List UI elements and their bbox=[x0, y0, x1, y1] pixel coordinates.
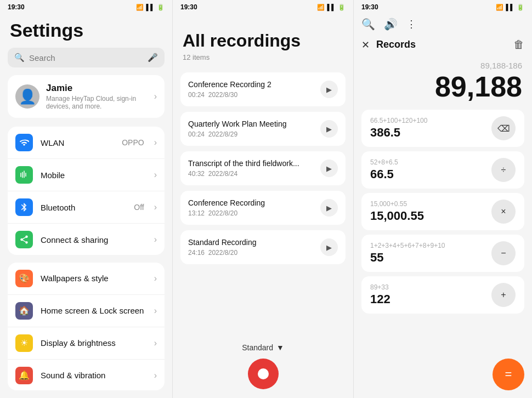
status-icons-recordings: 📶 ▌▌ 🔋 bbox=[317, 4, 346, 11]
user-card[interactable]: 👤 Jamie Manage HeyTap Cloud, sign-in dev… bbox=[8, 75, 165, 118]
display-chevron-icon: › bbox=[154, 338, 157, 348]
search-icon: 🔍 bbox=[14, 53, 25, 62]
calc-btn-row-eq: = bbox=[361, 359, 524, 390]
recording-info-4: Standard Recording 24:16 2022/8/20 bbox=[188, 238, 320, 257]
homescreen-label: Home screen & Lock screen bbox=[41, 306, 146, 315]
more-toolbar-icon[interactable]: ⋮ bbox=[406, 18, 417, 30]
calc-hist-val-2: 15,000.55 bbox=[370, 209, 491, 223]
settings-search-bar[interactable]: 🔍 🎤 bbox=[8, 48, 165, 67]
time-settings: 19:30 bbox=[8, 3, 25, 11]
status-bar-calc: 19:30 📶 ▌▌ 🔋 bbox=[354, 0, 532, 14]
recording-name-4: Standard Recording bbox=[188, 238, 320, 247]
wallpaper-icon: 🎨 bbox=[15, 270, 33, 287]
calc-history-item-0[interactable]: 66.5+100+120+100 386.5 ⌫ bbox=[361, 110, 524, 147]
system-settings-group: 🎨 Wallpapers & style › 🏠 Home screen & L… bbox=[8, 263, 165, 391]
search-toolbar-icon[interactable]: 🔍 bbox=[361, 18, 375, 31]
play-button-0[interactable]: ▶ bbox=[320, 81, 338, 98]
recordings-header: All recordings 12 items bbox=[173, 14, 353, 72]
calc-hist-expr-3: 1+2+3+4+5+6+7+8+9+10 bbox=[370, 242, 491, 249]
recording-item-2[interactable]: Transcript of the third fieldwork... 40:… bbox=[180, 151, 346, 185]
recording-meta-3: 13:12 2022/8/20 bbox=[188, 209, 320, 217]
equals-button[interactable]: = bbox=[493, 359, 524, 390]
settings-item-sound[interactable]: 🔔 Sound & vibration › bbox=[8, 360, 165, 391]
calc-hist-info-3: 1+2+3+4+5+6+7+8+9+10 55 bbox=[370, 242, 491, 265]
volume-toolbar-icon[interactable]: 🔊 bbox=[384, 18, 398, 31]
user-name: Jamie bbox=[46, 83, 148, 94]
bluetooth-label: Bluetooth bbox=[41, 203, 126, 212]
wlan-icon bbox=[15, 134, 33, 151]
user-info: Jamie Manage HeyTap Cloud, sign-in devic… bbox=[46, 83, 148, 110]
settings-title: Settings bbox=[0, 14, 172, 48]
trash-icon[interactable]: 🗑 bbox=[513, 38, 524, 51]
quality-dropdown-icon: ▼ bbox=[276, 343, 284, 352]
calc-display: 89,188-186 89,188 bbox=[354, 55, 532, 110]
quality-selector[interactable]: Standard ▼ bbox=[242, 343, 284, 352]
recording-name-2: Transcript of the third fieldwork... bbox=[188, 159, 320, 168]
mobile-label: Mobile bbox=[41, 170, 137, 180]
search-input[interactable] bbox=[29, 53, 143, 62]
status-bar-settings: 19:30 📶 ▌▌ 🔋 bbox=[0, 0, 172, 14]
play-button-2[interactable]: ▶ bbox=[320, 160, 338, 177]
recording-item-0[interactable]: Conference Recording 2 00:24 2022/8/30 ▶ bbox=[180, 72, 346, 106]
calc-history-item-3[interactable]: 1+2+3+4+5+6+7+8+9+10 55 − bbox=[361, 235, 524, 272]
add-btn-4[interactable]: + bbox=[491, 283, 516, 307]
calc-toolbar: 🔍 🔊 ⋮ bbox=[354, 14, 532, 34]
del-history-btn-0[interactable]: ⌫ bbox=[491, 116, 516, 140]
homescreen-icon: 🏠 bbox=[15, 302, 33, 320]
calc-buttons: = bbox=[354, 353, 532, 398]
signal-icon-rec: ▌▌ bbox=[327, 4, 336, 10]
bluetooth-value: Off bbox=[134, 203, 144, 212]
calc-hist-val-0: 386.5 bbox=[370, 126, 491, 140]
calc-hist-expr-4: 89+33 bbox=[370, 283, 491, 291]
calc-history-item-4[interactable]: 89+33 122 + bbox=[361, 276, 524, 314]
play-button-3[interactable]: ▶ bbox=[320, 199, 338, 217]
calc-result: 89,188 bbox=[364, 72, 522, 101]
mic-icon: 🎤 bbox=[148, 53, 158, 62]
avatar: 👤 bbox=[15, 84, 39, 109]
record-button[interactable] bbox=[248, 359, 279, 389]
recordings-count: 12 items bbox=[183, 53, 343, 61]
recording-info-0: Conference Recording 2 00:24 2022/8/30 bbox=[188, 80, 320, 99]
settings-item-display[interactable]: ☀ Display & brightness › bbox=[8, 327, 165, 360]
calc-title: Records bbox=[376, 39, 507, 50]
battery-icon-rec: 🔋 bbox=[338, 4, 346, 11]
settings-item-mobile[interactable]: Mobile › bbox=[8, 159, 165, 191]
play-button-1[interactable]: ▶ bbox=[320, 120, 338, 138]
recording-info-2: Transcript of the third fieldwork... 40:… bbox=[188, 159, 320, 178]
close-button[interactable]: ✕ bbox=[361, 39, 370, 51]
calc-hist-info-2: 15,000+0.55 15,000.55 bbox=[370, 200, 491, 223]
recordings-panel: 19:30 📶 ▌▌ 🔋 All recordings 12 items Con… bbox=[173, 0, 354, 398]
recording-item-1[interactable]: Quarterly Work Plan Meeting 00:24 2022/8… bbox=[180, 112, 346, 146]
recording-info-3: Conference Recording 13:12 2022/8/20 bbox=[188, 198, 320, 217]
sub-btn-3[interactable]: − bbox=[491, 241, 516, 265]
calc-history: 66.5+100+120+100 386.5 ⌫ 52+8+6.5 66.5 ÷… bbox=[354, 110, 532, 353]
settings-item-bluetooth[interactable]: Bluetooth Off › bbox=[8, 191, 165, 224]
recordings-list: Conference Recording 2 00:24 2022/8/30 ▶… bbox=[173, 72, 353, 337]
play-button-4[interactable]: ▶ bbox=[320, 238, 338, 256]
time-recordings: 19:30 bbox=[180, 3, 197, 11]
recordings-title: All recordings bbox=[183, 31, 343, 51]
homescreen-chevron-icon: › bbox=[154, 306, 157, 316]
status-icons-settings: 📶 ▌▌ 🔋 bbox=[136, 4, 165, 11]
recording-item-4[interactable]: Standard Recording 24:16 2022/8/20 ▶ bbox=[180, 230, 346, 264]
recording-item-3[interactable]: Conference Recording 13:12 2022/8/20 ▶ bbox=[180, 191, 346, 225]
settings-item-connect-sharing[interactable]: Connect & sharing › bbox=[8, 224, 165, 255]
sound-label: Sound & vibration bbox=[41, 371, 146, 380]
wallpaper-chevron-icon: › bbox=[154, 274, 157, 283]
settings-item-wallpaper[interactable]: 🎨 Wallpapers & style › bbox=[8, 263, 165, 295]
network-settings-group: WLAN OPPO › Mobile › Bluetooth Off › Con… bbox=[8, 127, 165, 255]
mul-btn-2[interactable]: × bbox=[491, 200, 516, 224]
div-btn-1[interactable]: ÷ bbox=[491, 158, 516, 182]
settings-item-wlan[interactable]: WLAN OPPO › bbox=[8, 127, 165, 159]
wifi-icon-calc: 📶 bbox=[496, 4, 503, 11]
calc-hist-info-0: 66.5+100+120+100 386.5 bbox=[370, 117, 491, 140]
calc-history-item-2[interactable]: 15,000+0.55 15,000.55 × bbox=[361, 193, 524, 230]
calc-title-bar: ✕ Records 🗑 bbox=[354, 34, 532, 55]
calc-hist-expr-2: 15,000+0.55 bbox=[370, 200, 491, 208]
signal-icon-calc: ▌▌ bbox=[506, 4, 514, 10]
battery-icon-calc: 🔋 bbox=[517, 4, 524, 11]
settings-item-homescreen[interactable]: 🏠 Home screen & Lock screen › bbox=[8, 295, 165, 327]
mobile-icon bbox=[15, 166, 33, 184]
calc-hist-val-3: 55 bbox=[370, 251, 491, 265]
calc-history-item-1[interactable]: 52+8+6.5 66.5 ÷ bbox=[361, 151, 524, 189]
